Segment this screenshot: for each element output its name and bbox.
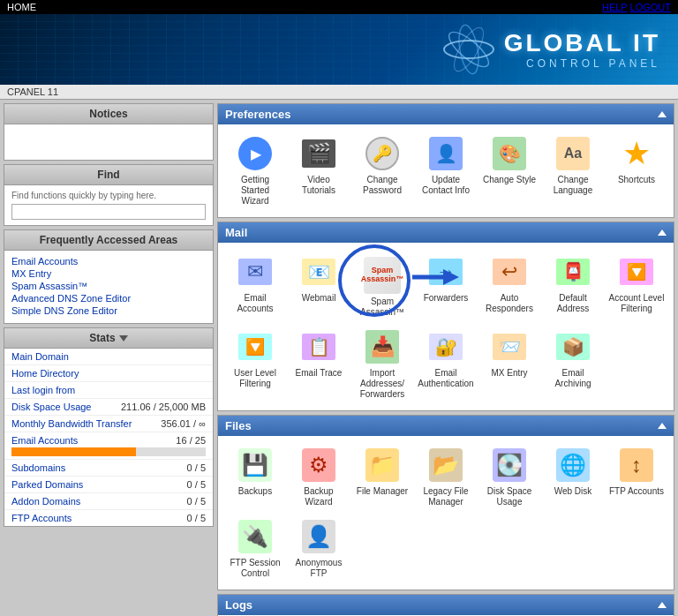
- icon-label-email-authentication: Email Authentication: [418, 368, 474, 389]
- icon-label-default-address: Default Address: [545, 293, 601, 314]
- icon-box-backup-wizard: [300, 447, 337, 484]
- logo-sub: CONTROL PANEL: [504, 57, 660, 70]
- logs-collapse-btn[interactable]: [658, 600, 667, 610]
- home-link[interactable]: HOME: [7, 2, 36, 12]
- icon-item-change-style[interactable]: Change Style: [479, 131, 539, 210]
- default-icon: [556, 259, 590, 285]
- userlvl-icon: [238, 334, 272, 360]
- spam-icon: SpamAssassin™: [364, 257, 401, 294]
- icon-item-webmail[interactable]: Webmail: [289, 250, 349, 321]
- cpanel-version: CPANEL 11: [7, 86, 58, 97]
- icon-item-import-addresses[interactable]: Import Addresses/ Forwarders: [352, 325, 412, 403]
- logout-link[interactable]: LOGOUT: [630, 2, 671, 12]
- stats-label-text: Last login from: [11, 385, 75, 395]
- backups-icon: [238, 448, 272, 482]
- icon-item-forwarders[interactable]: Forwarders: [416, 250, 476, 321]
- person-icon: [429, 137, 463, 170]
- stats-collapse-icon[interactable]: [119, 335, 128, 342]
- icon-item-backups[interactable]: Backups: [225, 443, 285, 511]
- icon-box-webmail: [300, 253, 337, 290]
- find-header: Find: [4, 165, 213, 185]
- files-panel: Files Backups Backup Wizard File: [217, 415, 674, 590]
- icon-item-ftp-accounts[interactable]: FTP Accounts: [606, 443, 667, 511]
- icon-item-anonymous-ftp[interactable]: Anonymous FTP: [289, 515, 349, 582]
- icon-item-ftp-session-control[interactable]: FTP Session Control: [225, 515, 285, 582]
- icon-label-spam-assassin: Spam Assassin™: [354, 297, 411, 318]
- icon-label-web-disk: Web Disk: [554, 486, 592, 497]
- top-bar: HOME HELP LOGOUT: [0, 0, 678, 14]
- icon-box-backups: [237, 447, 274, 484]
- icon-item-getting-started[interactable]: Getting Started Wizard: [225, 131, 285, 210]
- stats-value-text: 356.01 / ∞: [161, 418, 206, 429]
- files-collapse-btn[interactable]: [658, 421, 667, 431]
- stats-section: Stats Main Domain Home Directory Last lo…: [4, 327, 214, 527]
- bkwizard-icon: [302, 448, 335, 482]
- help-link[interactable]: HELP: [602, 2, 628, 12]
- icon-item-legacy-file-manager[interactable]: Legacy File Manager: [416, 443, 476, 511]
- icon-item-spam-assassin[interactable]: SpamAssassin™ Spam Assassin™: [352, 250, 412, 321]
- icon-label-file-manager: File Manager: [357, 486, 408, 497]
- freq-link[interactable]: MX Entry: [11, 268, 51, 279]
- icon-item-shortcuts[interactable]: ★ Shortcuts: [606, 131, 667, 210]
- freq-link[interactable]: Spam Assassin™: [11, 281, 87, 291]
- play-icon: [238, 137, 272, 170]
- icon-item-file-manager[interactable]: File Manager: [352, 443, 412, 511]
- icon-item-backup-wizard[interactable]: Backup Wizard: [289, 443, 349, 511]
- mail-collapse-btn[interactable]: [658, 228, 667, 237]
- icon-item-change-password[interactable]: Change Password: [352, 131, 412, 210]
- stats-row: FTP Accounts 0 / 5: [4, 510, 213, 526]
- icon-item-email-trace[interactable]: Email Trace: [289, 325, 349, 403]
- stats-label-text: Monthly Bandwidth Transfer: [11, 418, 132, 429]
- icon-label-update-contact: Update Contact Info: [418, 175, 474, 196]
- stats-bar-container: [11, 447, 206, 456]
- mail-panel: Mail Email Accounts Webmail SpamAssassin…: [217, 222, 674, 411]
- icon-item-account-level-filtering[interactable]: Account Level Filtering: [606, 250, 667, 321]
- find-input[interactable]: [11, 204, 206, 220]
- icon-item-default-address[interactable]: Default Address: [543, 250, 603, 321]
- icon-item-update-contact[interactable]: Update Contact Info: [416, 131, 476, 210]
- icon-item-email-accounts[interactable]: Email Accounts: [225, 250, 285, 321]
- stats-label: Stats: [89, 332, 115, 344]
- icon-label-webmail: Webmail: [302, 293, 336, 304]
- icon-item-mx-entry[interactable]: MX Entry: [479, 325, 539, 403]
- anonftps-icon: [302, 520, 335, 553]
- sub-bar: CPANEL 11: [0, 85, 678, 100]
- ftp-icon: [620, 448, 653, 482]
- logs-collapse-icon: [658, 602, 667, 608]
- files-grid: Backups Backup Wizard File Manager Legac…: [218, 436, 674, 590]
- stats-row: Addon Domains 0 / 5: [4, 493, 213, 510]
- icon-box-mx-entry: [491, 328, 528, 365]
- icon-label-legacy-file-manager: Legacy File Manager: [418, 486, 474, 507]
- files-panel-header: Files: [218, 416, 674, 436]
- icon-item-web-disk[interactable]: Web Disk: [543, 443, 603, 511]
- icon-box-web-disk: [554, 447, 591, 484]
- icon-label-account-level-filtering: Account Level Filtering: [608, 293, 665, 314]
- icon-label-email-accounts: Email Accounts: [227, 293, 283, 314]
- freq-link[interactable]: Advanced DNS Zone Editor: [11, 293, 131, 304]
- icon-item-auto-responders[interactable]: Auto Responders: [479, 250, 539, 321]
- notices-section: Notices: [4, 103, 214, 161]
- freq-link[interactable]: Email Accounts: [11, 256, 78, 267]
- icon-item-change-language[interactable]: Change Language: [543, 131, 603, 210]
- icon-box-change-language: [554, 135, 591, 172]
- files-collapse-icon: [658, 423, 667, 429]
- icon-label-user-level-filtering: User Level Filtering: [227, 368, 283, 389]
- icon-item-video-tutorials[interactable]: Video Tutorials: [289, 131, 349, 210]
- icon-item-user-level-filtering[interactable]: User Level Filtering: [225, 325, 285, 403]
- files-title: Files: [225, 419, 252, 432]
- icon-label-getting-started: Getting Started Wizard: [227, 175, 283, 207]
- stats-row: Disk Space Usage 211.06 / 25,000 MB: [4, 399, 213, 416]
- freq-link[interactable]: Simple DNS Zone Editor: [11, 305, 117, 316]
- freq-section: Frequently Accessed Areas Email Accounts…: [4, 229, 214, 324]
- icon-label-change-password: Change Password: [354, 175, 411, 196]
- find-section: Find Find functions quickly by typing he…: [4, 164, 214, 226]
- icon-box-import-addresses: [364, 328, 401, 365]
- icon-item-email-archiving[interactable]: Email Archiving: [543, 325, 603, 403]
- stats-row: Subdomains 0 / 5: [4, 460, 213, 477]
- icon-item-disk-space-usage[interactable]: Disk Space Usage: [479, 443, 539, 511]
- icon-item-email-authentication[interactable]: Email Authentication: [416, 325, 476, 403]
- preferences-collapse-btn[interactable]: [658, 109, 667, 119]
- archive-icon: [556, 334, 590, 360]
- stats-value-text: 211.06 / 25,000 MB: [121, 402, 206, 412]
- icon-box-ftp-accounts: [618, 447, 655, 484]
